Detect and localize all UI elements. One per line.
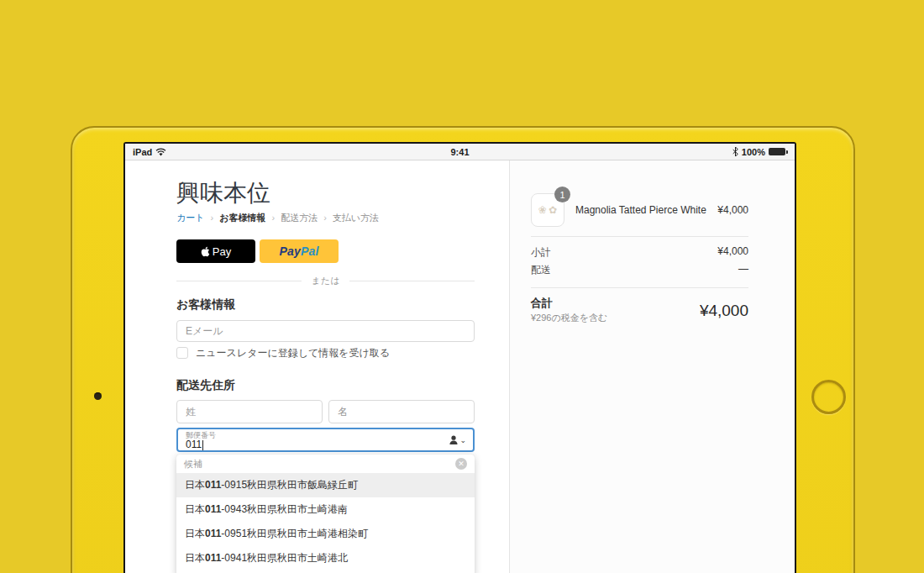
product-name: Magnolia Tatted Pierce White bbox=[575, 204, 717, 216]
paypal-logo-pal: Pal bbox=[301, 244, 319, 258]
bluetooth-icon bbox=[732, 147, 738, 156]
suggestion-item[interactable]: 日本011-0943秋田県秋田市土崎港南 bbox=[176, 497, 475, 522]
battery-icon bbox=[769, 148, 788, 155]
paypal-button[interactable]: PayPal bbox=[260, 239, 339, 263]
newsletter-row: ニュースレターに登録して情報を受け取る bbox=[176, 347, 475, 359]
breadcrumb-customer-info: お客様情報 bbox=[219, 213, 265, 223]
address-suggestions: 候補 ✕ 日本011-0915秋田県秋田市飯島緑丘町 日本011-0943秋田県… bbox=[176, 455, 475, 573]
or-divider-label: または bbox=[312, 275, 340, 287]
newsletter-checkbox[interactable] bbox=[176, 347, 188, 359]
suggestions-title: 候補 bbox=[184, 458, 202, 470]
postal-code-label: 郵便番号 bbox=[186, 432, 448, 439]
or-divider: または bbox=[176, 275, 475, 286]
breadcrumb-shipping-method: 配送方法 bbox=[281, 213, 318, 223]
carrier-label: iPad bbox=[133, 147, 152, 157]
store-title: 興味本位 bbox=[176, 178, 475, 208]
shipping-label: 配送 bbox=[531, 263, 551, 277]
apple-logo-icon bbox=[201, 246, 210, 257]
suggestions-header: 候補 ✕ bbox=[176, 455, 475, 473]
contact-autofill-button[interactable]: ⌄ bbox=[449, 435, 466, 445]
total-value: ¥4,000 bbox=[700, 302, 748, 320]
shipping-address-heading: 配送先住所 bbox=[176, 378, 475, 392]
customer-info-heading: お客様情報 bbox=[176, 297, 475, 311]
subtotal-value: ¥4,000 bbox=[717, 245, 748, 260]
wifi-icon bbox=[155, 148, 166, 156]
close-icon[interactable]: ✕ bbox=[455, 458, 467, 470]
text-caret bbox=[202, 440, 203, 450]
quantity-badge: 1 bbox=[554, 187, 570, 202]
shipping-row: 配送 — bbox=[531, 263, 748, 277]
postal-code-value: 011 bbox=[186, 439, 202, 450]
ipad-frame: iPad 9:41 100% bbox=[71, 126, 855, 573]
suggestion-item[interactable]: 日本011-0941秋田県秋田市土崎港北 bbox=[176, 546, 475, 570]
breadcrumb: カート › お客様情報 › 配送方法 › 支払い方法 bbox=[176, 213, 475, 223]
subtotal-row: 小計 ¥4,000 bbox=[531, 245, 748, 260]
first-name-field[interactable] bbox=[328, 400, 475, 423]
summary-divider bbox=[531, 287, 748, 288]
flower-icon: ✿ bbox=[549, 204, 557, 216]
tax-note: ¥296の税金を含む bbox=[531, 312, 607, 324]
suggestion-item[interactable]: 日本011-0915秋田県秋田市飯島緑丘町 bbox=[176, 473, 475, 497]
breadcrumb-separator: › bbox=[211, 213, 214, 223]
breadcrumb-separator: › bbox=[271, 213, 275, 223]
newsletter-label: ニュースレターに登録して情報を受け取る bbox=[196, 346, 390, 360]
summary-divider bbox=[531, 236, 748, 237]
name-row bbox=[176, 400, 475, 423]
cart-line-item: ❀ ✿ 1 Magnolia Tatted Pierce White ¥4,00… bbox=[531, 193, 748, 227]
flower-icon: ❀ bbox=[538, 204, 547, 216]
breadcrumb-payment-method: 支払い方法 bbox=[333, 213, 379, 223]
breadcrumb-cart[interactable]: カート bbox=[176, 213, 205, 223]
email-field[interactable] bbox=[176, 320, 475, 342]
last-name-field[interactable] bbox=[176, 400, 323, 423]
home-button[interactable] bbox=[811, 380, 846, 414]
shipping-value: — bbox=[738, 263, 748, 277]
front-camera bbox=[94, 392, 102, 400]
subtotal-label: 小計 bbox=[531, 245, 551, 260]
total-label: 合計 bbox=[531, 297, 607, 309]
person-icon bbox=[449, 435, 459, 445]
clock: 9:41 bbox=[450, 147, 469, 157]
product-price: ¥4,000 bbox=[717, 204, 748, 216]
express-checkout-buttons: Pay PayPal bbox=[176, 239, 475, 263]
chevron-down-icon: ⌄ bbox=[459, 437, 466, 444]
ipad-screen: iPad 9:41 100% bbox=[123, 142, 796, 573]
suggestion-item[interactable]: 日本011-0951秋田県秋田市土崎港相染町 bbox=[176, 522, 475, 546]
total-row: 合計 ¥296の税金を含む ¥4,000 bbox=[531, 297, 748, 324]
checkout-main: 興味本位 カート › お客様情報 › 配送方法 › 支払い方法 bbox=[125, 160, 510, 573]
paypal-logo-pay: Pay bbox=[279, 244, 301, 258]
battery-percent: 100% bbox=[742, 147, 765, 157]
postal-code-field[interactable]: 郵便番号 011 ⌄ bbox=[176, 428, 475, 452]
order-summary: ❀ ✿ 1 Magnolia Tatted Pierce White ¥4,00… bbox=[510, 160, 795, 573]
status-bar: iPad 9:41 100% bbox=[125, 144, 795, 160]
apple-pay-label: Pay bbox=[213, 245, 231, 258]
breadcrumb-separator: › bbox=[323, 213, 327, 223]
apple-pay-button[interactable]: Pay bbox=[176, 239, 255, 263]
